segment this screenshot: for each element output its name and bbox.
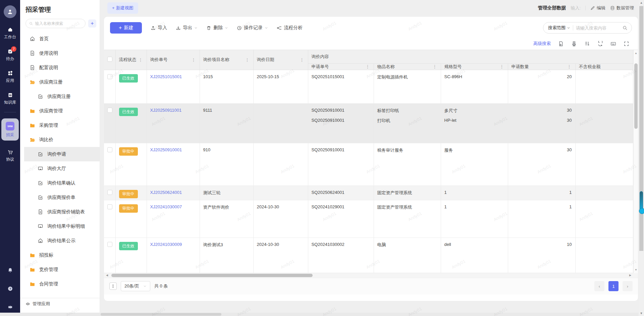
table-vscroll-thumb[interactable]	[634, 63, 638, 129]
column-menu-icon[interactable]: ⋮	[500, 64, 504, 69]
menu-item-15[interactable]: 询价结果公示	[20, 233, 100, 248]
prev-page-button[interactable]: ‹	[594, 281, 604, 291]
ai-book-icon: AI	[7, 92, 13, 98]
row-checkbox[interactable]	[107, 108, 112, 113]
scroll-up-arrow[interactable]: ▲	[634, 51, 638, 55]
module-menu-panel: 招采管理 + 首页使用说明配置说明供应商注册供应商注册供应商管理采购管理询比价询…	[20, 0, 100, 313]
rail-item-procurement[interactable]: SRM招采	[1, 118, 19, 141]
column-menu-icon[interactable]: ⋮	[300, 57, 305, 62]
export-button[interactable]: 导出	[176, 25, 198, 31]
row-checkbox[interactable]	[107, 147, 112, 152]
scroll-up-arrow[interactable]: ▲	[639, 1, 644, 4]
settings-button[interactable]	[7, 304, 13, 310]
fullscreen-icon[interactable]	[624, 41, 629, 47]
menu-item-12[interactable]: 供应商报价单	[20, 190, 100, 205]
rail-item-agreement[interactable]: 协议	[0, 149, 20, 162]
avatar[interactable]	[4, 5, 16, 18]
scroll-down-arrow[interactable]: ▼	[639, 312, 644, 315]
search-icon[interactable]	[623, 25, 628, 31]
item-stack: SQ20250910001SQ20250910001	[312, 108, 370, 128]
status-cell: 审批中	[115, 143, 147, 186]
menu-item-14[interactable]: 询价结果中标明细	[20, 219, 100, 233]
help-button[interactable]: ?	[7, 286, 13, 292]
rail-item-todo[interactable]: 7待办	[0, 49, 20, 62]
menu-item-4[interactable]: 供应商注册	[20, 75, 100, 89]
scroll-left-arrow[interactable]: ◀	[105, 273, 109, 278]
table-hscroll-thumb[interactable]	[111, 274, 313, 277]
menu-search-box[interactable]	[25, 19, 86, 28]
rail-item-knowledge[interactable]: AI知识库	[0, 92, 20, 105]
column-menu-icon[interactable]: ⋮	[567, 64, 572, 69]
total-count-label: 共 0 条	[154, 283, 168, 289]
column-menu-icon[interactable]: ⋮	[192, 57, 196, 62]
row-checkbox[interactable]	[107, 190, 112, 195]
window-vscroll-thumb[interactable]	[639, 6, 643, 251]
rail-item-apps[interactable]: 应用	[0, 70, 20, 84]
advanced-search-link[interactable]: 高级搜索	[533, 41, 551, 47]
menu-item-1[interactable]: 首页	[20, 32, 100, 46]
doc-preview-icon[interactable]	[558, 41, 564, 47]
search-scope-dropdown[interactable]: 搜索范围	[548, 25, 570, 31]
keyboard-icon[interactable]	[610, 41, 616, 47]
order-no-link[interactable]: XJ20241030009	[150, 242, 182, 247]
order-no-link[interactable]: XJ20250911001	[150, 108, 182, 113]
row-checkbox[interactable]	[107, 242, 112, 247]
column-menu-icon[interactable]: ⋮	[366, 64, 370, 69]
rail-item-label: 协议	[6, 157, 14, 162]
item-stack: dell	[444, 242, 504, 252]
table-search-input[interactable]	[576, 25, 620, 31]
menu-item-11[interactable]: 询价结果确认	[20, 176, 100, 190]
order-no-link[interactable]: XJ20241030007	[150, 204, 182, 209]
operation-log-button[interactable]: 操作记录	[237, 25, 268, 31]
order-no-link[interactable]: XJ20250624001	[150, 190, 182, 195]
org-chart-icon[interactable]	[571, 41, 577, 47]
new-view-tab[interactable]: +新建视图	[107, 2, 138, 14]
next-page-button[interactable]: ›	[623, 281, 633, 291]
menu-item-10[interactable]: 询价大厅	[20, 161, 100, 176]
item-stack: 多尺寸HP-let	[444, 108, 504, 128]
menu-search-input[interactable]	[35, 21, 82, 26]
column-list-icon[interactable]	[584, 41, 590, 47]
current-page-button[interactable]: 1	[608, 281, 619, 291]
menu-item-17[interactable]: 竞价管理	[20, 262, 100, 277]
menu-item-6[interactable]: 供应商管理	[20, 104, 100, 118]
manage-app-button[interactable]: 管理应用	[20, 298, 100, 309]
row-checkbox[interactable]	[107, 74, 112, 79]
menu-item-18[interactable]: 合同管理	[20, 277, 100, 291]
page-scroll-handle[interactable]	[640, 191, 643, 212]
rail-item-workbench[interactable]: 工作台	[0, 27, 20, 40]
page-size-select[interactable]: 20条/页	[121, 281, 150, 291]
menu-item-8[interactable]: 询比价	[20, 133, 100, 147]
column-menu-icon[interactable]: ⋮	[433, 64, 437, 69]
window-hscroll-thumb[interactable]	[101, 313, 221, 316]
data-manage-button[interactable]: 数据管理	[610, 5, 634, 11]
row-checkbox[interactable]	[107, 204, 112, 209]
order-no-link[interactable]: XJ20251015001	[150, 74, 182, 79]
select-all-checkbox[interactable]	[107, 57, 112, 62]
column-menu-icon[interactable]: ⋮	[139, 57, 143, 62]
menu-item-2[interactable]: 使用说明	[20, 46, 100, 60]
column-menu-icon[interactable]: ⋮	[245, 57, 250, 62]
row-height-button[interactable]	[109, 282, 117, 290]
menu-item-5[interactable]: 供应商注册	[20, 89, 100, 104]
order-no-link[interactable]: XJ20250910001	[150, 147, 182, 152]
item-line: SQ20241029001	[312, 204, 370, 214]
notifications-button[interactable]	[7, 267, 13, 273]
item-line: 1	[512, 190, 572, 200]
add-view-button[interactable]: +	[88, 19, 96, 28]
menu-item-3[interactable]: 配置说明	[20, 60, 100, 75]
create-button[interactable]: +新建	[110, 22, 142, 34]
menu-item-9[interactable]: 询价申请	[24, 147, 100, 161]
delete-button[interactable]: 删除	[206, 25, 228, 31]
menu-item-13[interactable]: 供应商报价辅助表	[20, 205, 100, 219]
refresh-icon[interactable]	[597, 41, 603, 47]
flow-analysis-button[interactable]: 流程分析	[277, 25, 303, 31]
check-square-icon	[38, 195, 43, 200]
scroll-down-arrow[interactable]: ▼	[634, 268, 638, 272]
menu-item-16[interactable]: 招投标	[20, 248, 100, 262]
scroll-right-arrow[interactable]: ▶	[628, 273, 633, 278]
import-button[interactable]: 导入	[151, 25, 167, 31]
edit-button[interactable]: 编辑	[590, 5, 605, 11]
req_no-cell: SQ20250624001	[308, 186, 374, 200]
menu-item-7[interactable]: 采购管理	[20, 118, 100, 133]
